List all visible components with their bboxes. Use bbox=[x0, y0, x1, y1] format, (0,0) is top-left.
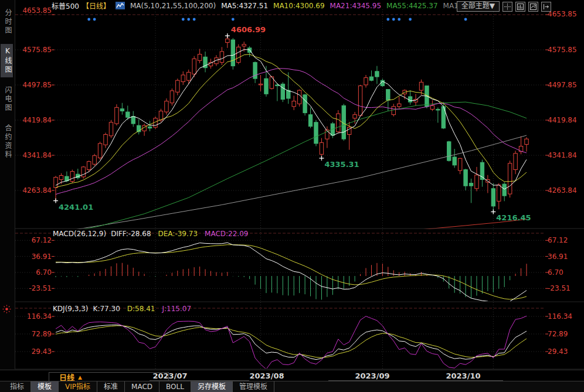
macd-title: MACD(26,12,9) bbox=[53, 230, 106, 238]
kdj-d-value: D:58.41 bbox=[127, 305, 155, 313]
mini-chart-icon bbox=[116, 2, 125, 9]
sidebar-tab-contract-info[interactable]: 合约资料 bbox=[1, 121, 13, 162]
y-axis-label-left: 4341.84 bbox=[22, 151, 52, 159]
kdj-title: KDJ(9,3,3) bbox=[53, 305, 89, 313]
kdj-axis-label-right: 116.34 bbox=[548, 312, 572, 321]
kdj-axis-label-left: 116.34 bbox=[27, 312, 52, 321]
ma10-value: MA10:4300.69 bbox=[273, 2, 325, 10]
y-axis-label-right: 4419.84 bbox=[548, 116, 577, 124]
caret-up-icon: ▲ bbox=[78, 374, 82, 380]
theme-dropdown-button[interactable]: 全部主题▼ bbox=[457, 1, 500, 12]
y-axis-label-right: 4263.84 bbox=[548, 186, 577, 195]
macd-panel-header: MACD(26,12,9) DIFF:-28.68 DEA:-39.73 MAC… bbox=[53, 230, 248, 238]
top-toolbar: 全部主题▼ bbox=[457, 1, 551, 12]
chart-header: 标普500 【日线】 MA(5,10,21,55,100,200) MA5:43… bbox=[52, 1, 467, 11]
bottom-tab-2[interactable]: VIP指标 bbox=[59, 381, 97, 392]
kdj-panel-marker-icon bbox=[2, 304, 12, 314]
kdj-k-value: K:77.30 bbox=[93, 305, 120, 313]
month-label: 2023/09 bbox=[355, 371, 389, 380]
bottom-tab-5[interactable]: BOLL bbox=[159, 381, 191, 392]
y-axis-label-right: 4653.85 bbox=[548, 10, 577, 18]
pane-histogram-icon[interactable] bbox=[515, 2, 525, 12]
macd-axis-label-left: -23.51 bbox=[29, 284, 52, 292]
sidebar-tab-lightning[interactable]: 闪电图 bbox=[1, 83, 13, 115]
price-annotation: 4241.01 bbox=[59, 203, 93, 212]
pane-chart-arrow-icon[interactable] bbox=[528, 2, 538, 12]
sidebar-tab-kline[interactable]: K线图 bbox=[1, 44, 13, 77]
macd-axis-label-left: 36.91 bbox=[32, 253, 52, 261]
month-label: 2023/07 bbox=[152, 371, 187, 380]
macd-axis-label-right: 6.70 bbox=[548, 268, 563, 277]
macd-dea-value: DEA:-39.73 bbox=[158, 230, 198, 238]
kdj-axis-label-right: 29.43 bbox=[548, 347, 568, 356]
ma21-value: MA21:4345.95 bbox=[330, 2, 382, 10]
symbol-name: 标普500 bbox=[52, 1, 79, 11]
price-annotation: 4216.45 bbox=[496, 213, 531, 222]
macd-macd-value: MACD:22.09 bbox=[205, 230, 248, 238]
bottom-tab-bar: 指标模板VIP指标标准MACDBOLL另存模板管理模板 bbox=[0, 381, 584, 392]
macd-diff-value: DIFF:-28.68 bbox=[111, 230, 151, 238]
bottom-tab-7[interactable]: 管理模板 bbox=[233, 381, 274, 392]
y-axis-label-left: 4419.84 bbox=[22, 116, 52, 124]
bottom-tab-6[interactable]: 另存模板 bbox=[191, 381, 233, 392]
month-label: 2023/08 bbox=[249, 371, 284, 380]
macd-axis-label-left: 6.70 bbox=[36, 268, 52, 277]
month-label: 2023/10 bbox=[446, 371, 480, 380]
sidebar-tab-timeshare[interactable]: 分时图 bbox=[1, 6, 13, 38]
bottom-tab-4[interactable]: MACD bbox=[125, 381, 159, 392]
y-axis-label-right: 4497.85 bbox=[548, 81, 577, 89]
bottom-tab-0[interactable]: 指标 bbox=[4, 381, 31, 392]
macd-axis-label-left: 67.12 bbox=[32, 236, 52, 244]
price-annotation: 4606.99 bbox=[231, 25, 266, 34]
kdj-axis-label-left: 72.89 bbox=[32, 330, 52, 338]
y-axis-label-left: 4263.84 bbox=[22, 186, 52, 195]
pane-shift-right-icon[interactable] bbox=[541, 2, 551, 12]
bottom-tab-1[interactable]: 模板 bbox=[31, 381, 59, 392]
y-axis-label-right: 4575.85 bbox=[548, 46, 577, 54]
kdj-axis-label-right: 72.89 bbox=[548, 330, 568, 338]
ma-settings-label: MA(5,10,21,55,100,200) bbox=[130, 2, 216, 10]
price-annotation: 4335.31 bbox=[324, 160, 359, 169]
period-badge: 【日线】 bbox=[82, 1, 110, 11]
macd-axis-label-right: -23.51 bbox=[548, 284, 571, 292]
macd-axis-label-right: 36.91 bbox=[548, 253, 568, 261]
kdj-panel-header: KDJ(9,3,3) K:77.30 D:58.41 J:115.07 bbox=[53, 305, 191, 313]
y-axis-label-left: 4653.85 bbox=[22, 6, 52, 15]
y-axis-label-left: 4497.85 bbox=[22, 81, 52, 89]
macd-axis-label-right: 67.12 bbox=[548, 236, 568, 244]
y-axis-label-right: 4341.84 bbox=[548, 151, 577, 159]
kdj-j-value: J:115.07 bbox=[162, 305, 191, 313]
kdj-axis-label-left: 29.43 bbox=[32, 347, 52, 356]
ma5-value: MA5:4327.51 bbox=[221, 2, 268, 10]
ma55-value: MA55:4425.37 bbox=[386, 2, 438, 10]
crosshair-move-icon[interactable] bbox=[502, 2, 512, 12]
kline-chart-app: 4653.854653.854575.854575.854497.854497.… bbox=[0, 0, 584, 392]
chart-canvas[interactable]: 4653.854653.854575.854575.854497.854497.… bbox=[0, 0, 584, 392]
y-axis-label-left: 4575.85 bbox=[22, 46, 52, 54]
bottom-tab-3[interactable]: 标准 bbox=[97, 381, 125, 392]
time-axis: 日线 ▲ 2023/07 2023/08 2023/09 2023/10 bbox=[0, 370, 584, 381]
